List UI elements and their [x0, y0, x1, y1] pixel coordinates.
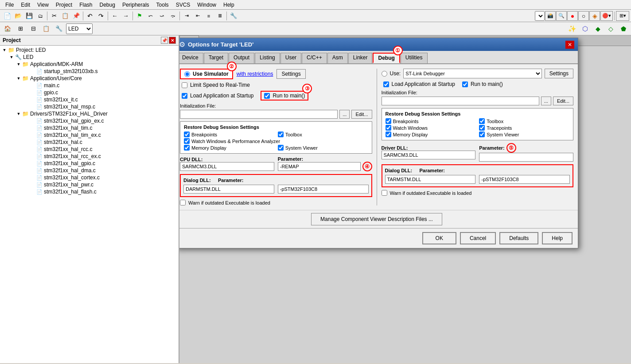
use-simulator-radio[interactable]	[184, 71, 190, 77]
menu-edit[interactable]: Edit	[17, 1, 34, 9]
toolbar-forward[interactable]: →	[121, 11, 131, 21]
right-toolbox-checkbox[interactable]	[479, 118, 485, 124]
toolbar-bookmark[interactable]: ⚑	[134, 11, 145, 21]
toolbar-right1[interactable]: 📸	[545, 11, 556, 21]
menu-project[interactable]: Project	[52, 1, 76, 9]
tb2-btn5[interactable]: 🔧	[53, 23, 65, 34]
list-item[interactable]: 📄 stm32f1xx_hal_rcc_ex.c	[1, 153, 178, 160]
menu-flash[interactable]: Flash	[76, 1, 96, 9]
tb2-btn1[interactable]: 🏠	[2, 23, 13, 34]
left-mem-checkbox[interactable]	[184, 145, 190, 151]
right-use-radio[interactable]	[382, 71, 387, 77]
tree-item-led[interactable]: ▼ 🔧 LED	[1, 54, 178, 61]
left-load-app-checkbox[interactable]	[182, 93, 187, 99]
list-item[interactable]: 📄 stm32f1xx_hal_gpio.c	[1, 160, 178, 167]
right-browse-button[interactable]: ...	[541, 97, 551, 105]
toolbar-right5[interactable]: ◈	[589, 11, 600, 21]
right-driver-param-input[interactable]	[479, 153, 573, 162]
tb2-btn4[interactable]: 📋	[40, 23, 52, 34]
list-item[interactable]: 📄 gpio.c	[1, 89, 178, 96]
right-bp-checkbox[interactable]	[386, 118, 391, 124]
left-dialog-param-input[interactable]	[278, 185, 369, 194]
dialog-close-button[interactable]: ✕	[565, 41, 574, 49]
toolbar-copy[interactable]: 📋	[60, 11, 70, 21]
toolbar-open[interactable]: 📂	[13, 11, 23, 21]
tab-listing[interactable]: Listing	[255, 53, 280, 63]
toolbar-layout[interactable]: ⊞▾	[616, 11, 629, 21]
toolbar-right2[interactable]: 🔍	[556, 11, 567, 21]
right-trace-checkbox[interactable]	[479, 125, 485, 131]
left-cpu-param-input[interactable]	[278, 162, 361, 171]
toolbar-indent[interactable]: ⇥	[181, 11, 192, 21]
left-dialog-dll-input[interactable]	[183, 185, 274, 194]
menu-peripherals[interactable]: Peripherals	[119, 1, 153, 9]
tab-user[interactable]: User	[280, 53, 301, 63]
tab-linker[interactable]: Linker	[348, 53, 373, 63]
defaults-button[interactable]: Defaults	[499, 232, 538, 244]
tab-utilities[interactable]: Utilities	[401, 53, 428, 63]
toolbar-bm-clear[interactable]: ⤼	[167, 11, 178, 21]
list-item[interactable]: 📄 stm32f1xx_hal_rcc.c	[1, 146, 178, 153]
toolbar-bm-prev[interactable]: ⤺	[145, 11, 156, 21]
right-driver-dll-input[interactable]	[382, 151, 476, 159]
left-watch-checkbox[interactable]	[184, 138, 190, 144]
help-button[interactable]: Help	[542, 232, 573, 244]
toolbar-save[interactable]: 💾	[24, 11, 35, 21]
menu-svcs[interactable]: SVCS	[172, 1, 194, 9]
tb2-btn3[interactable]: ⊟	[27, 23, 39, 34]
tab-device[interactable]: Device	[179, 53, 203, 63]
close-panel-button[interactable]: ✕	[169, 37, 176, 44]
tree-item-project[interactable]: ▼ 📁 Project: LED	[1, 46, 178, 54]
ok-button[interactable]: OK	[422, 232, 456, 244]
left-cpu-dll-input[interactable]	[180, 162, 274, 171]
toolbar-cut[interactable]: ✂	[49, 11, 59, 21]
toolbar-right3[interactable]: ●	[567, 11, 578, 21]
right-dialog-dll-input[interactable]	[385, 175, 476, 184]
manage-button[interactable]: Manage Component Viewer Description File…	[311, 213, 442, 225]
list-item[interactable]: 📄 stm32f1xx_hal_cortex.c	[1, 174, 178, 181]
tab-cpp[interactable]: C/C++	[302, 53, 327, 63]
toolbar-right6[interactable]: 🔴▾	[600, 11, 613, 21]
list-item[interactable]: 📄 stm32f1xx_hal.c	[1, 139, 178, 146]
tree-item-startup[interactable]: 📄 startup_stm32f103xb.s	[1, 68, 178, 75]
pin-button[interactable]: 📌	[161, 37, 168, 44]
left-browse-button[interactable]: ...	[339, 110, 350, 119]
limit-speed-checkbox[interactable]	[182, 82, 187, 88]
tab-asm[interactable]: Asm	[327, 53, 348, 63]
tb2-btn2[interactable]: ⊞	[15, 23, 26, 34]
menu-view[interactable]: View	[34, 1, 52, 9]
left-run-main-checkbox[interactable]	[264, 93, 270, 99]
tb2-target[interactable]: ⬡	[579, 23, 591, 34]
list-item[interactable]: 📄 stm32f1xx_hal_tim.c	[1, 124, 178, 132]
left-toolbox-checkbox[interactable]	[278, 132, 284, 137]
toolbar-misc[interactable]: 🔧	[228, 11, 239, 21]
right-sysv-checkbox[interactable]	[479, 132, 485, 137]
left-sysv-checkbox[interactable]	[278, 145, 284, 151]
left-bp-checkbox[interactable]	[184, 132, 190, 137]
right-edit-button[interactable]: Edit...	[553, 97, 573, 105]
toolbar-align1[interactable]: ≡	[203, 11, 214, 21]
left-edit-button[interactable]: Edit...	[351, 110, 372, 119]
debugger-dropdown[interactable]: ST-Link Debugger	[403, 69, 541, 78]
toolbar-dropdown1[interactable]	[535, 11, 545, 21]
right-load-app-checkbox[interactable]	[383, 81, 389, 87]
menu-tools[interactable]: Tools	[153, 1, 172, 9]
toolbar-outdent[interactable]: ⇤	[192, 11, 203, 21]
toolbar-redo[interactable]: ↷	[96, 11, 106, 21]
toolbar-new[interactable]: 📄	[2, 11, 12, 21]
toolbar-bm-next[interactable]: ⤻	[156, 11, 167, 21]
list-item[interactable]: 📄 stm32f1xx_hal_msp.c	[1, 103, 178, 110]
list-item[interactable]: 📄 stm32f1xx_it.c	[1, 96, 178, 103]
right-init-input[interactable]	[382, 97, 539, 105]
cancel-button[interactable]: Cancel	[460, 232, 496, 244]
left-warn-checkbox[interactable]	[180, 200, 186, 205]
right-mem-checkbox[interactable]	[386, 132, 391, 137]
menu-debug[interactable]: Debug	[96, 1, 119, 9]
toolbar-undo[interactable]: ↶	[85, 11, 95, 21]
right-watch-checkbox[interactable]	[386, 125, 391, 131]
left-init-input[interactable]	[180, 110, 338, 119]
list-item[interactable]: 📄 stm32f1xx_hal_pwr.c	[1, 181, 178, 188]
menu-help[interactable]: Help	[220, 1, 238, 9]
toolbar-save-all[interactable]: 🗂	[35, 11, 46, 21]
tb2-magic[interactable]: ✨	[566, 23, 578, 34]
